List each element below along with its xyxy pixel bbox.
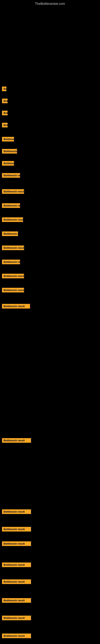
bottleneck-row-10: Bottleneck result (1, 203, 20, 209)
bottleneck-label-6: Bottleneck result (2, 149, 17, 154)
bottleneck-label-14: Bottleneck result (2, 260, 20, 264)
bottleneck-row-26: Bottleneck result (1, 634, 31, 639)
bottleneck-label-11: Bottleneck result (2, 217, 23, 222)
bottleneck-label-26: Bottleneck result (2, 634, 31, 638)
bottleneck-label-21: Bottleneck result (2, 541, 31, 546)
bottleneck-row-21: Bottleneck result (1, 541, 31, 547)
bottleneck-label-20: Bottleneck result (2, 527, 31, 532)
bottleneck-row-24: Bottleneck result (1, 598, 31, 604)
bottleneck-label-16: Bottleneck result (2, 288, 24, 292)
bottleneck-row-1: Bottleneck result (1, 86, 6, 92)
bottleneck-row-3: Bottleneck result (1, 111, 8, 116)
bottleneck-row-7: Bottleneck result (1, 161, 14, 166)
bottleneck-row-14: Bottleneck result (1, 260, 20, 265)
bottleneck-label-2: Bottleneck result (2, 98, 8, 103)
bottleneck-row-16: Bottleneck result (1, 288, 24, 293)
bottleneck-label-9: Bottleneck result (2, 189, 24, 194)
bottleneck-row-12: Bottleneck result (1, 232, 18, 237)
bottleneck-row-6: Bottleneck result (1, 149, 17, 154)
bottleneck-label-4: Bottleneck result (2, 123, 8, 128)
bottleneck-row-8: Bottleneck result (1, 173, 20, 178)
bottleneck-label-1: Bottleneck result (2, 86, 6, 91)
bottleneck-label-7: Bottleneck result (2, 161, 14, 166)
bottleneck-row-15: Bottleneck result (1, 274, 24, 279)
bottleneck-row-9: Bottleneck result (1, 189, 24, 194)
bottleneck-row-25: Bottleneck result (1, 616, 31, 621)
bottleneck-label-15: Bottleneck result (2, 274, 24, 278)
bottleneck-label-13: Bottleneck result (2, 246, 24, 250)
site-title: TheBottlenecker.com (0, 0, 100, 7)
bottleneck-label-25: Bottleneck result (2, 616, 31, 620)
bottleneck-row-5: Bottleneck result (1, 137, 14, 142)
bottleneck-row-20: Bottleneck result (1, 527, 31, 532)
bottleneck-label-24: Bottleneck result (2, 598, 31, 603)
bottleneck-label-5: Bottleneck result (2, 137, 14, 142)
bottleneck-row-22: Bottleneck result (1, 562, 31, 568)
bottleneck-label-19: Bottleneck result (2, 509, 31, 514)
bottleneck-label-12: Bottleneck result (2, 232, 18, 236)
site-header: TheBottlenecker.com (0, 0, 100, 7)
bottleneck-row-2: Bottleneck result (1, 98, 8, 104)
bottleneck-label-17: Bottleneck result (2, 304, 30, 308)
bottleneck-row-13: Bottleneck result (1, 246, 24, 251)
bottleneck-label-23: Bottleneck result (2, 580, 31, 584)
bottleneck-label-10: Bottleneck result (2, 203, 20, 208)
bottleneck-row-19: Bottleneck result (1, 509, 31, 515)
bottleneck-label-3: Bottleneck result (2, 111, 8, 115)
bottleneck-label-22: Bottleneck result (2, 562, 31, 567)
bottleneck-row-17: Bottleneck result (1, 304, 30, 309)
bottleneck-row-11: Bottleneck result (1, 217, 23, 223)
bottleneck-row-4: Bottleneck result (1, 123, 8, 128)
bottleneck-row-18: Bottleneck result (1, 438, 31, 444)
bottleneck-label-18: Bottleneck result (2, 438, 31, 443)
bottleneck-row-23: Bottleneck result (1, 580, 31, 585)
bottleneck-label-8: Bottleneck result (2, 173, 20, 178)
